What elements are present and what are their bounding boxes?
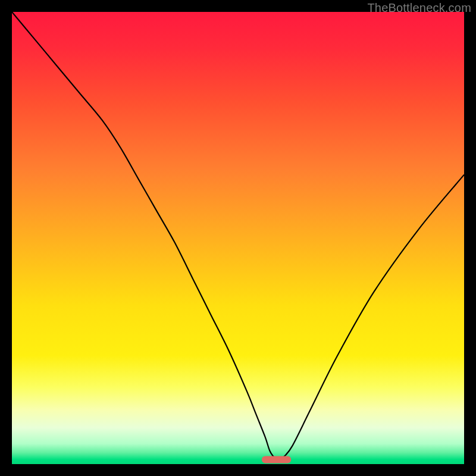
chart-svg <box>12 12 464 464</box>
plot-area <box>12 12 464 464</box>
gradient-background <box>12 12 464 464</box>
attribution-text: TheBottleneck.com <box>367 1 471 15</box>
optimal-marker <box>262 456 291 463</box>
chart-frame: TheBottleneck.com <box>0 0 476 476</box>
